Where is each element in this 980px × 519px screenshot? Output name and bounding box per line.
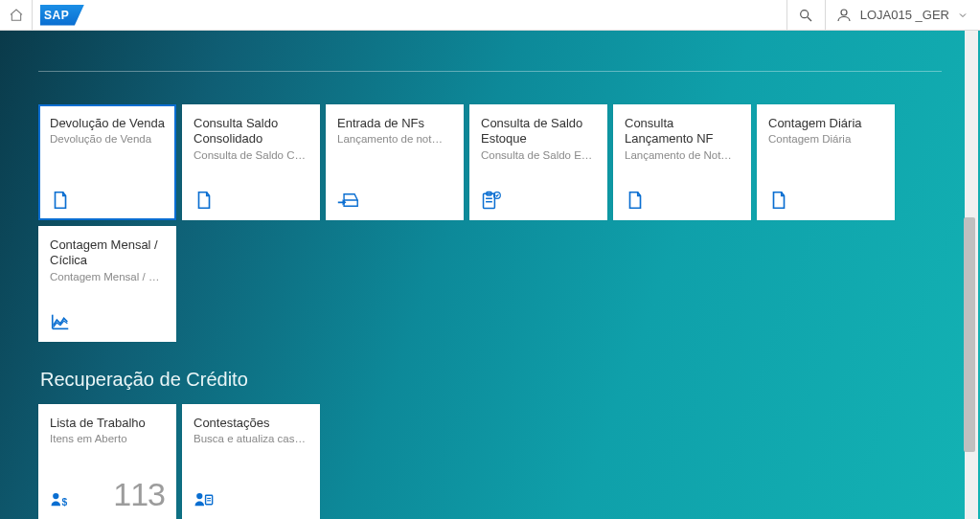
svg-text:$: $ xyxy=(62,497,68,508)
user-label: LOJA015 _GER xyxy=(860,8,949,22)
section-divider xyxy=(38,71,942,72)
svg-point-0 xyxy=(801,10,809,17)
tile-entrada-nfs[interactable]: Entrada de NFs Lançamento de not… xyxy=(326,104,464,220)
app-header: SAP LOJA015 _GER xyxy=(0,0,980,31)
tile-subtitle: Contagem Mensal / … xyxy=(50,271,165,284)
user-icon xyxy=(835,7,853,24)
tile-subtitle: Lançamento de Not… xyxy=(625,149,740,163)
tile-title: Entrada de NFs xyxy=(337,116,452,131)
tile-title: Contestações xyxy=(194,416,308,431)
svg-line-1 xyxy=(808,17,811,21)
person-dollar-icon: $ xyxy=(50,485,71,510)
chart-icon xyxy=(50,307,165,332)
inbox-icon xyxy=(337,186,452,211)
main-area: Devolução de Venda Devolução de Venda Co… xyxy=(0,31,980,519)
tile-contestacoes[interactable]: Contestações Busca e atualiza cas… xyxy=(182,404,320,519)
tile-title: Consulta de Saldo Estoque xyxy=(481,116,596,147)
tile-title: Contagem Mensal / Cíclica xyxy=(50,237,165,269)
tile-title: Consulta Saldo Consolidado xyxy=(194,116,308,147)
tile-contagem-mensal[interactable]: Contagem Mensal / Cíclica Contagem Mensa… xyxy=(38,226,176,342)
tile-subtitle: Consulta de Saldo C… xyxy=(194,149,308,163)
scrollbar-track[interactable] xyxy=(965,31,978,519)
svg-point-2 xyxy=(841,10,847,15)
svg-point-8 xyxy=(53,493,58,499)
tile-kpi-number: 113 xyxy=(113,478,165,510)
tile-consulta-lancamento-nf[interactable]: Consulta Lançamento NF Lançamento de Not… xyxy=(613,104,751,220)
tile-title: Contagem Diária xyxy=(768,116,883,131)
tile-consulta-saldo-consolidado[interactable]: Consulta Saldo Consolidado Consulta de S… xyxy=(182,104,320,220)
user-menu[interactable]: LOJA015 _GER xyxy=(825,0,980,31)
document-icon xyxy=(768,186,883,211)
svg-rect-11 xyxy=(206,495,213,504)
tile-devolucao-venda[interactable]: Devolução de Venda Devolução de Venda xyxy=(38,104,176,220)
tile-subtitle: Consulta de Saldo E… xyxy=(481,149,596,163)
tile-title: Consulta Lançamento NF xyxy=(625,116,740,147)
clipboard-icon xyxy=(481,186,596,211)
tile-title: Devolução de Venda xyxy=(50,116,165,131)
svg-point-10 xyxy=(196,493,202,499)
logo: SAP xyxy=(33,5,92,26)
tile-group-recuperacao: Lista de Trabalho Itens em Aberto $ 113 … xyxy=(38,404,942,519)
home-button[interactable] xyxy=(0,0,33,31)
tile-contagem-diaria[interactable]: Contagem Diária Contagem Diária xyxy=(757,104,895,220)
document-icon xyxy=(625,186,740,211)
section-title-recuperacao: Recuperação de Crédito xyxy=(40,369,942,391)
scrollbar-thumb[interactable] xyxy=(964,217,975,452)
chevron-down-icon xyxy=(957,10,969,21)
tile-title: Lista de Trabalho xyxy=(50,416,165,431)
tile-group-inventory: Devolução de Venda Devolução de Venda Co… xyxy=(38,104,942,342)
document-icon xyxy=(50,186,165,211)
document-icon xyxy=(194,186,308,211)
search-icon xyxy=(798,8,813,23)
tile-subtitle: Itens em Aberto xyxy=(50,433,165,446)
tile-subtitle: Lançamento de not… xyxy=(337,133,452,147)
tile-subtitle: Contagem Diária xyxy=(768,133,883,147)
tile-subtitle: Busca e atualiza cas… xyxy=(194,433,308,446)
home-icon xyxy=(9,8,24,23)
tile-subtitle: Devolução de Venda xyxy=(50,133,165,147)
sap-logo: SAP xyxy=(40,5,84,26)
tile-lista-trabalho[interactable]: Lista de Trabalho Itens em Aberto $ 113 xyxy=(38,404,176,519)
content: Devolução de Venda Devolução de Venda Co… xyxy=(0,71,980,519)
person-doc-icon xyxy=(194,485,308,510)
search-button[interactable] xyxy=(786,0,825,31)
tile-consulta-saldo-estoque[interactable]: Consulta de Saldo Estoque Consulta de Sa… xyxy=(469,104,607,220)
